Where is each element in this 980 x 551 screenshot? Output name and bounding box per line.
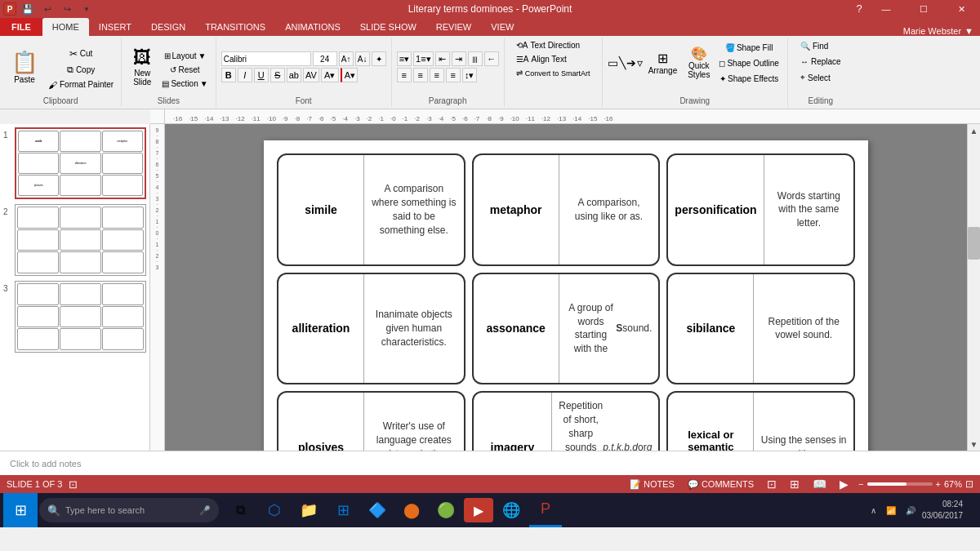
slide-thumb-1[interactable]: 1 simile metaphor alliteration plosives [3, 127, 146, 199]
select-btn[interactable]: ⌖Select [797, 70, 834, 85]
normal-view-btn[interactable]: ⊡ [764, 477, 780, 491]
arrange-btn[interactable]: ⊞ Arrange [644, 49, 683, 77]
vertical-scrollbar[interactable]: ▲ ▼ [967, 124, 980, 451]
align-right-btn[interactable]: ≡ [430, 68, 444, 82]
slide-preview-1[interactable]: simile metaphor alliteration plosives [15, 127, 146, 199]
layout-button[interactable]: ⊞Layout▼ [159, 50, 210, 62]
font-color-btn[interactable]: A▾ [321, 68, 339, 82]
volume-icon[interactable]: 🔊 [902, 506, 919, 515]
edge-btn[interactable]: ⬡ [258, 493, 291, 527]
microphone-icon[interactable]: 🎤 [199, 505, 211, 516]
canvas-area[interactable]: simile A comparison where something is s… [165, 124, 967, 451]
increase-indent-btn[interactable]: ⇥ [452, 51, 466, 66]
qat-redo[interactable]: ↪ [59, 1, 75, 17]
shape-effects-btn[interactable]: ✦Shape Effects [715, 72, 782, 86]
scroll-thumb[interactable] [968, 227, 980, 260]
tab-review[interactable]: REVIEW [426, 18, 481, 36]
tab-slideshow[interactable]: SLIDE SHOW [350, 18, 426, 36]
slide-panel[interactable]: 1 simile metaphor alliteration plosives … [0, 124, 150, 451]
help-btn[interactable]: ? [851, 0, 867, 16]
highlight-btn[interactable]: A▾ [341, 68, 358, 82]
start-button[interactable]: ⊞ [3, 493, 38, 527]
section-button[interactable]: ▤Section▼ [159, 78, 210, 90]
text-direction-btn[interactable]: ⟲AText Direction [514, 39, 582, 51]
maximize-btn[interactable]: ☐ [905, 0, 942, 18]
line-spacing-btn[interactable]: ↕▾ [462, 68, 477, 82]
new-slide-button[interactable]: 🖼 New Slide [127, 43, 158, 91]
rtl-btn[interactable]: ← [484, 51, 499, 66]
paste-button[interactable]: 📋 Paste [5, 43, 44, 91]
store-btn[interactable]: ⊞ [327, 493, 359, 527]
qat-customize[interactable]: ▼ [78, 1, 95, 17]
convert-smartart-btn[interactable]: ⇌Convert to SmartArt [514, 67, 593, 79]
font-size-decrease[interactable]: A↓ [355, 51, 370, 66]
format-painter-button[interactable]: 🖌 Format Painter [46, 78, 116, 91]
find-btn[interactable]: 🔍Find [797, 39, 831, 53]
tab-design[interactable]: DESIGN [141, 18, 195, 36]
powerpoint-taskbar-btn[interactable]: P [529, 493, 562, 527]
strikethrough-btn[interactable]: S [270, 68, 285, 82]
tab-home[interactable]: HOME [42, 18, 89, 36]
col-layout-btn[interactable]: ⫼ [468, 51, 483, 66]
shape-rect[interactable]: ▭ [608, 56, 618, 69]
video-btn[interactable]: ▶ [464, 498, 493, 522]
shape-more[interactable]: ▿ [637, 56, 643, 69]
scroll-down-btn[interactable]: ▼ [968, 438, 980, 451]
clear-format-btn[interactable]: ✦ [372, 51, 386, 66]
tab-insert[interactable]: INSERT [89, 18, 141, 36]
tray-up-btn[interactable]: ∧ [867, 506, 880, 515]
tab-animations[interactable]: ANIMATIONS [275, 18, 350, 36]
justify-btn[interactable]: ≡ [446, 68, 461, 82]
align-center-btn[interactable]: ≡ [413, 68, 428, 82]
tab-file[interactable]: FILE [0, 18, 42, 36]
shape-line[interactable]: ╲ [619, 56, 626, 69]
underline-btn[interactable]: U [254, 68, 269, 82]
user-arrow[interactable]: ▼ [964, 26, 973, 36]
tab-transitions[interactable]: TRANSITIONS [195, 18, 275, 36]
align-left-btn[interactable]: ≡ [397, 68, 412, 82]
font-name-input[interactable] [221, 51, 311, 66]
slide-preview-2[interactable] [15, 204, 146, 276]
notes-btn[interactable]: 📝 NOTES [626, 478, 678, 491]
shape-arrow[interactable]: ➔ [626, 56, 636, 69]
zoom-slider[interactable] [867, 482, 933, 486]
tab-view[interactable]: VIEW [481, 18, 523, 36]
char-spacing-btn[interactable]: AV [303, 68, 319, 82]
replace-btn[interactable]: ↔Replace [797, 55, 844, 69]
bullets-btn[interactable]: ≡▾ [397, 51, 412, 66]
notes-area[interactable]: Click to add notes [0, 451, 980, 475]
reset-button[interactable]: ↺Reset [159, 64, 210, 76]
numbering-btn[interactable]: 1≡▾ [413, 51, 434, 66]
shape-outline-btn[interactable]: ◻Shape Outline [715, 56, 782, 70]
scroll-track[interactable] [968, 137, 980, 438]
shadow-btn[interactable]: ab [287, 68, 301, 82]
search-bar[interactable]: 🔍 Type here to search 🎤 [39, 498, 219, 522]
copy-button[interactable]: ⧉ Copy [46, 63, 116, 77]
slide-preview-3[interactable] [15, 281, 146, 353]
minimize-btn[interactable]: — [867, 0, 905, 18]
system-clock[interactable]: 08:24 03/06/2017 [922, 499, 963, 522]
qat-save[interactable]: 💾 [20, 1, 36, 17]
quick-styles-btn[interactable]: 🎨 Quick Styles [683, 44, 715, 81]
font-size-input[interactable] [313, 51, 337, 66]
align-text-btn[interactable]: ☰AAlign Text [514, 53, 569, 65]
task-view-btn[interactable]: ⧉ [224, 493, 256, 527]
scroll-up-btn[interactable]: ▲ [968, 124, 980, 137]
app3-btn[interactable]: 🌐 [495, 493, 528, 527]
comments-btn[interactable]: 💬 COMMENTS [684, 478, 757, 491]
reading-view-btn[interactable]: 📖 [809, 477, 830, 491]
slideshow-btn[interactable]: ▶ [836, 477, 852, 491]
slide-thumb-2[interactable]: 2 [3, 204, 146, 276]
decrease-indent-btn[interactable]: ⇤ [435, 51, 450, 66]
shape-fill-btn[interactable]: 🪣Shape Fill [715, 41, 782, 55]
zoom-in-btn[interactable]: + [936, 479, 941, 489]
qat-undo[interactable]: ↩ [39, 1, 56, 17]
font-size-increase[interactable]: A↑ [339, 51, 354, 66]
bold-btn[interactable]: B [221, 68, 236, 82]
fit-slide-btn[interactable]: ⊡ [965, 478, 973, 490]
zoom-out-btn[interactable]: − [858, 479, 863, 489]
slide-thumb-3[interactable]: 3 [3, 281, 146, 353]
close-btn[interactable]: ✕ [942, 0, 980, 18]
cut-button[interactable]: ✂ Cut [46, 47, 116, 61]
app2-btn[interactable]: 🟢 [430, 493, 462, 527]
